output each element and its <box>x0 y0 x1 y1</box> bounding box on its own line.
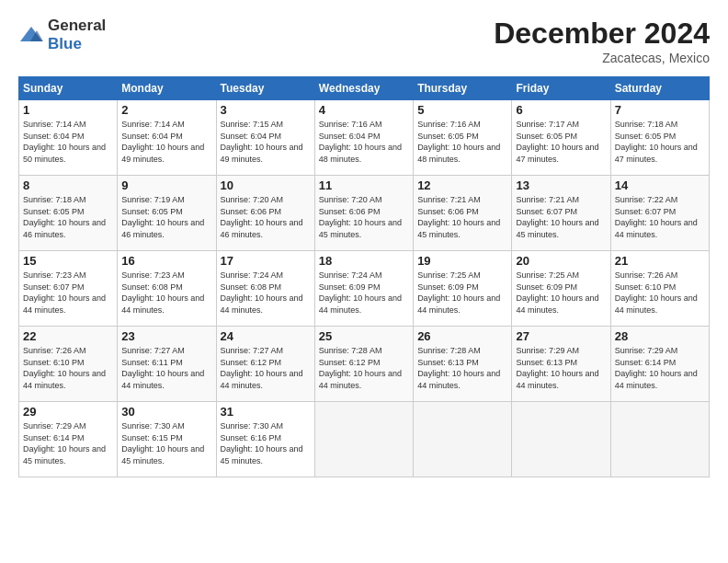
day-info: Sunrise: 7:30 AMSunset: 6:16 PMDaylight:… <box>221 421 303 465</box>
day-info: Sunrise: 7:27 AMSunset: 6:12 PMDaylight:… <box>221 346 303 390</box>
week-row-2: 8 Sunrise: 7:18 AMSunset: 6:05 PMDayligh… <box>19 176 710 251</box>
calendar-cell: 2 Sunrise: 7:14 AMSunset: 6:04 PMDayligh… <box>118 100 216 176</box>
header-row: SundayMondayTuesdayWednesdayThursdayFrid… <box>19 77 710 100</box>
day-info: Sunrise: 7:21 AMSunset: 6:06 PMDaylight:… <box>417 195 500 239</box>
day-number: 12 <box>417 178 507 192</box>
calendar-cell: 3 Sunrise: 7:15 AMSunset: 6:04 PMDayligh… <box>216 100 314 176</box>
day-header-thursday: Thursday <box>414 77 512 100</box>
calendar-cell: 23 Sunrise: 7:27 AMSunset: 6:11 PMDaylig… <box>118 327 216 402</box>
day-info: Sunrise: 7:29 AMSunset: 6:13 PMDaylight:… <box>516 346 598 390</box>
day-info: Sunrise: 7:22 AMSunset: 6:07 PMDaylight:… <box>615 195 698 239</box>
day-number: 14 <box>615 178 705 192</box>
calendar-cell: 21 Sunrise: 7:26 AMSunset: 6:10 PMDaylig… <box>610 251 709 327</box>
calendar-cell: 26 Sunrise: 7:28 AMSunset: 6:13 PMDaylig… <box>414 327 512 402</box>
day-number: 2 <box>121 103 211 117</box>
day-number: 26 <box>417 329 507 343</box>
day-number: 21 <box>615 254 705 268</box>
day-info: Sunrise: 7:29 AMSunset: 6:14 PMDaylight:… <box>615 346 698 390</box>
day-number: 24 <box>221 329 311 343</box>
day-info: Sunrise: 7:18 AMSunset: 6:05 PMDaylight:… <box>615 120 698 164</box>
day-info: Sunrise: 7:14 AMSunset: 6:04 PMDaylight:… <box>121 120 204 164</box>
day-number: 27 <box>516 329 606 343</box>
day-number: 19 <box>417 254 507 268</box>
day-header-sunday: Sunday <box>19 77 118 100</box>
day-info: Sunrise: 7:23 AMSunset: 6:08 PMDaylight:… <box>121 270 204 315</box>
day-number: 8 <box>23 178 113 192</box>
logo-general: General <box>48 17 106 34</box>
calendar-cell: 17 Sunrise: 7:24 AMSunset: 6:08 PMDaylig… <box>216 251 314 327</box>
day-info: Sunrise: 7:27 AMSunset: 6:11 PMDaylight:… <box>121 346 204 390</box>
calendar-cell <box>512 402 610 477</box>
day-header-friday: Friday <box>512 77 610 100</box>
day-info: Sunrise: 7:16 AMSunset: 6:05 PMDaylight:… <box>417 120 500 164</box>
day-number: 31 <box>221 405 311 419</box>
day-info: Sunrise: 7:17 AMSunset: 6:05 PMDaylight:… <box>516 120 598 164</box>
calendar-cell: 14 Sunrise: 7:22 AMSunset: 6:07 PMDaylig… <box>610 176 709 251</box>
day-number: 17 <box>221 254 311 268</box>
logo: General Blue <box>18 17 106 53</box>
logo-text: General Blue <box>48 17 106 53</box>
day-info: Sunrise: 7:16 AMSunset: 6:04 PMDaylight:… <box>319 120 402 164</box>
week-row-5: 29 Sunrise: 7:29 AMSunset: 6:14 PMDaylig… <box>19 402 710 477</box>
title-area: December 2024 Zacatecas, Mexico <box>494 17 710 65</box>
calendar-cell: 10 Sunrise: 7:20 AMSunset: 6:06 PMDaylig… <box>216 176 314 251</box>
day-info: Sunrise: 7:14 AMSunset: 6:04 PMDaylight:… <box>23 120 106 164</box>
page: General Blue December 2024 Zacatecas, Me… <box>0 0 728 488</box>
day-info: Sunrise: 7:26 AMSunset: 6:10 PMDaylight:… <box>615 270 698 315</box>
calendar-cell: 30 Sunrise: 7:30 AMSunset: 6:15 PMDaylig… <box>118 402 216 477</box>
day-info: Sunrise: 7:15 AMSunset: 6:04 PMDaylight:… <box>221 120 303 164</box>
calendar-cell: 15 Sunrise: 7:23 AMSunset: 6:07 PMDaylig… <box>19 251 118 327</box>
calendar-cell: 4 Sunrise: 7:16 AMSunset: 6:04 PMDayligh… <box>314 100 413 176</box>
day-info: Sunrise: 7:30 AMSunset: 6:15 PMDaylight:… <box>121 421 204 465</box>
week-row-3: 15 Sunrise: 7:23 AMSunset: 6:07 PMDaylig… <box>19 251 710 327</box>
day-number: 25 <box>319 329 409 343</box>
day-info: Sunrise: 7:23 AMSunset: 6:07 PMDaylight:… <box>23 270 106 315</box>
calendar-cell: 1 Sunrise: 7:14 AMSunset: 6:04 PMDayligh… <box>19 100 118 176</box>
day-number: 9 <box>121 178 211 192</box>
calendar-cell: 25 Sunrise: 7:28 AMSunset: 6:12 PMDaylig… <box>314 327 413 402</box>
day-number: 1 <box>23 103 113 117</box>
day-number: 22 <box>23 329 113 343</box>
day-info: Sunrise: 7:20 AMSunset: 6:06 PMDaylight:… <box>319 195 402 239</box>
week-row-4: 22 Sunrise: 7:26 AMSunset: 6:10 PMDaylig… <box>19 327 710 402</box>
day-number: 29 <box>23 405 113 419</box>
calendar-cell: 12 Sunrise: 7:21 AMSunset: 6:06 PMDaylig… <box>414 176 512 251</box>
day-info: Sunrise: 7:24 AMSunset: 6:08 PMDaylight:… <box>221 270 303 315</box>
calendar-cell: 6 Sunrise: 7:17 AMSunset: 6:05 PMDayligh… <box>512 100 610 176</box>
day-info: Sunrise: 7:20 AMSunset: 6:06 PMDaylight:… <box>221 195 303 239</box>
month-title: December 2024 <box>494 17 710 51</box>
calendar-cell: 20 Sunrise: 7:25 AMSunset: 6:09 PMDaylig… <box>512 251 610 327</box>
day-info: Sunrise: 7:29 AMSunset: 6:14 PMDaylight:… <box>23 421 106 465</box>
day-info: Sunrise: 7:28 AMSunset: 6:12 PMDaylight:… <box>319 346 402 390</box>
calendar-cell <box>610 402 709 477</box>
calendar-cell: 13 Sunrise: 7:21 AMSunset: 6:07 PMDaylig… <box>512 176 610 251</box>
day-info: Sunrise: 7:25 AMSunset: 6:09 PMDaylight:… <box>417 270 500 315</box>
logo-icon <box>18 25 44 45</box>
day-number: 13 <box>516 178 606 192</box>
day-number: 11 <box>319 178 409 192</box>
calendar-cell: 16 Sunrise: 7:23 AMSunset: 6:08 PMDaylig… <box>118 251 216 327</box>
day-number: 3 <box>221 103 311 117</box>
calendar-cell <box>314 402 413 477</box>
subtitle: Zacatecas, Mexico <box>494 51 710 65</box>
day-number: 28 <box>615 329 705 343</box>
day-info: Sunrise: 7:21 AMSunset: 6:07 PMDaylight:… <box>516 195 598 239</box>
day-number: 10 <box>221 178 311 192</box>
day-header-tuesday: Tuesday <box>216 77 314 100</box>
day-info: Sunrise: 7:24 AMSunset: 6:09 PMDaylight:… <box>319 270 402 315</box>
calendar-cell: 9 Sunrise: 7:19 AMSunset: 6:05 PMDayligh… <box>118 176 216 251</box>
calendar-cell: 22 Sunrise: 7:26 AMSunset: 6:10 PMDaylig… <box>19 327 118 402</box>
day-header-monday: Monday <box>118 77 216 100</box>
calendar-cell: 11 Sunrise: 7:20 AMSunset: 6:06 PMDaylig… <box>314 176 413 251</box>
day-number: 4 <box>319 103 409 117</box>
day-number: 5 <box>417 103 507 117</box>
day-header-saturday: Saturday <box>610 77 709 100</box>
week-row-1: 1 Sunrise: 7:14 AMSunset: 6:04 PMDayligh… <box>19 100 710 176</box>
calendar-cell <box>414 402 512 477</box>
calendar-cell: 24 Sunrise: 7:27 AMSunset: 6:12 PMDaylig… <box>216 327 314 402</box>
day-info: Sunrise: 7:26 AMSunset: 6:10 PMDaylight:… <box>23 346 106 390</box>
calendar-cell: 29 Sunrise: 7:29 AMSunset: 6:14 PMDaylig… <box>19 402 118 477</box>
header: General Blue December 2024 Zacatecas, Me… <box>18 17 710 65</box>
calendar-cell: 28 Sunrise: 7:29 AMSunset: 6:14 PMDaylig… <box>610 327 709 402</box>
calendar-cell: 7 Sunrise: 7:18 AMSunset: 6:05 PMDayligh… <box>610 100 709 176</box>
